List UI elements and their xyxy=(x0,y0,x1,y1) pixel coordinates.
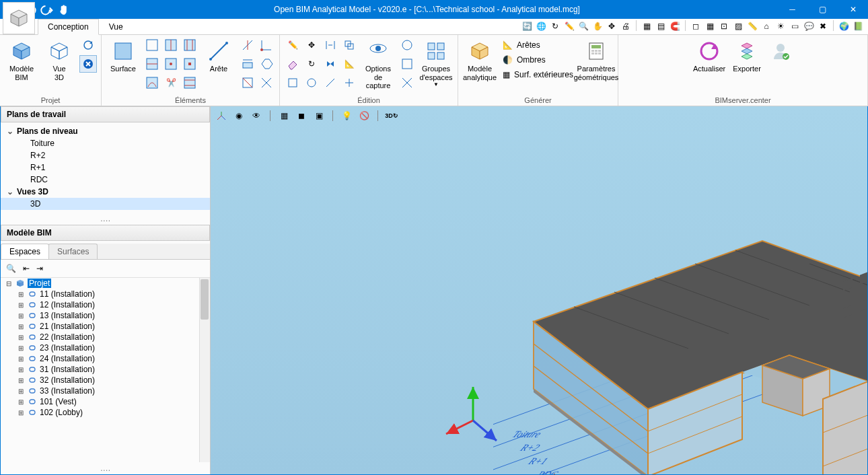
scrollbar[interactable] xyxy=(199,278,210,462)
stop-icon[interactable] xyxy=(79,55,97,73)
edit-copy-icon[interactable] xyxy=(340,36,358,54)
edge-tool-3[interactable] xyxy=(239,55,256,73)
minimize-button[interactable]: ─ xyxy=(777,0,807,19)
draw-icon[interactable]: ✏️ xyxy=(563,20,575,32)
axis-gizmo[interactable] xyxy=(439,380,507,447)
edit-t12[interactable] xyxy=(340,74,358,92)
ruler-icon[interactable]: 📏 xyxy=(746,20,758,32)
level-toiture[interactable]: Toiture xyxy=(1,137,210,149)
orbit-icon[interactable]: 🔄 xyxy=(521,20,533,32)
home-icon[interactable]: ⌂ xyxy=(760,20,772,32)
tab-vue[interactable]: Vue xyxy=(99,19,133,34)
globe-icon[interactable]: 🌐 xyxy=(535,20,547,32)
modele-bim-button[interactable]: Modèle BIM xyxy=(4,36,39,83)
plans-niveau-node[interactable]: ⌄Plans de niveau xyxy=(1,125,210,137)
cancel-icon[interactable]: ✖ xyxy=(817,20,829,32)
maximize-button[interactable]: ▢ xyxy=(807,0,838,19)
tab-surfaces[interactable]: Surfaces xyxy=(48,244,98,259)
surface-button[interactable]: Surface xyxy=(106,36,141,75)
close-button[interactable]: ✕ xyxy=(838,0,868,19)
surf-tool-4[interactable] xyxy=(143,55,161,73)
aretes-option[interactable]: 📐Arêtes xyxy=(500,39,576,51)
space-item[interactable]: ⊞32 (Installation) xyxy=(1,375,210,386)
edit-rotate-icon[interactable]: ↻ xyxy=(303,55,320,73)
surf-tool-3[interactable] xyxy=(181,36,198,54)
vue3d-button[interactable]: Vue 3D xyxy=(42,36,77,83)
space-item[interactable]: ⊞22 (Installation) xyxy=(1,332,210,342)
ombres-option[interactable]: 🌓Ombres xyxy=(500,54,576,66)
hatched-icon[interactable]: ▨ xyxy=(732,20,744,32)
space-item[interactable]: ⊞24 (Installation) xyxy=(1,353,210,364)
actualiser-button[interactable]: Actualiser xyxy=(692,36,727,75)
surf-ext-option[interactable]: ▦Surf. extérieures xyxy=(500,69,576,81)
edit-t11[interactable] xyxy=(322,74,339,92)
space-item[interactable]: ⊞21 (Installation) xyxy=(1,321,210,332)
hand-icon[interactable] xyxy=(58,3,71,16)
vp-faces-icon[interactable]: ◼ xyxy=(295,109,308,122)
space-item[interactable]: ⊞13 (Installation) xyxy=(1,310,210,321)
surf-tool-2[interactable] xyxy=(162,36,180,54)
edit-mirror-icon[interactable] xyxy=(322,55,339,73)
edge-tool-1[interactable] xyxy=(239,36,256,54)
modele-analytique-button[interactable]: Modèle analytique xyxy=(462,36,497,83)
zoom-icon[interactable]: 🔍 xyxy=(577,20,589,32)
vp-wire-icon[interactable]: ▣ xyxy=(312,109,326,122)
sun-icon[interactable]: ☀ xyxy=(774,20,787,32)
edit-move-icon[interactable]: ✥ xyxy=(303,36,320,54)
vp-3d-icon[interactable]: 3D↻ xyxy=(385,109,398,122)
space-item[interactable]: ⊞23 (Installation) xyxy=(1,342,210,353)
cut-icon[interactable]: ✂️ xyxy=(162,74,180,92)
surf-tool-5[interactable] xyxy=(162,55,180,73)
space-item[interactable]: ⊞33 (Installation) xyxy=(1,386,210,396)
edge-tool-5[interactable] xyxy=(239,74,256,92)
groupes-espaces-button[interactable]: Groupes d'espaces ▼ xyxy=(419,36,454,89)
vp-light-icon[interactable]: 💡 xyxy=(340,109,353,122)
search-icon[interactable]: 🔍 xyxy=(6,264,16,273)
level-rdc[interactable]: RDC xyxy=(1,174,210,186)
level-r1[interactable]: R+1 xyxy=(1,161,210,174)
param-geo-button[interactable]: Paramètres géométriques xyxy=(579,36,614,83)
magnet-icon[interactable]: 🧲 xyxy=(669,20,681,32)
user-button[interactable] xyxy=(767,36,794,66)
vues3d-node[interactable]: ⌄Vues 3D xyxy=(1,186,210,198)
expand-icon[interactable]: ⇥ xyxy=(36,264,43,273)
edit-pencil-icon[interactable]: ✏️ xyxy=(284,36,301,54)
help-icon[interactable]: 🌍 xyxy=(838,20,850,32)
vp-perspective-icon[interactable]: ◉ xyxy=(232,109,246,122)
edit-align-icon[interactable] xyxy=(322,36,339,54)
move-icon[interactable]: ✥ xyxy=(606,20,618,32)
collapse-icon[interactable]: ⇤ xyxy=(23,264,30,273)
edge-tool-6[interactable] xyxy=(258,74,275,92)
surf-tool-9[interactable] xyxy=(181,74,198,92)
edit-erase-icon[interactable] xyxy=(284,55,301,73)
tab-espaces[interactable]: Espaces xyxy=(1,244,49,259)
tab-conception[interactable]: Conception xyxy=(38,19,99,35)
surf-tool-7[interactable] xyxy=(143,74,161,92)
options-capture-button[interactable]: Options de capture xyxy=(361,36,396,92)
print-icon[interactable]: 🖨 xyxy=(620,20,632,32)
view-3d[interactable]: 3D xyxy=(1,198,210,210)
capt-2[interactable] xyxy=(398,55,416,73)
vp-edges-icon[interactable]: ▦ xyxy=(277,109,291,122)
surf-tool-6[interactable] xyxy=(181,55,198,73)
reload-icon[interactable] xyxy=(79,36,97,54)
edge-tool-4[interactable] xyxy=(258,55,275,73)
capt-1[interactable] xyxy=(398,36,416,54)
grid-icon[interactable]: ▦ xyxy=(641,20,653,32)
surf-tool-1[interactable] xyxy=(143,36,161,54)
mesh-icon[interactable]: ▦ xyxy=(704,20,716,32)
edit-t10[interactable] xyxy=(303,74,320,92)
pan-icon[interactable]: ✋ xyxy=(591,20,604,32)
dotted-icon[interactable]: ⊡ xyxy=(718,20,730,32)
panel-splitter-2[interactable]: …. xyxy=(1,462,210,474)
edge-tool-2[interactable] xyxy=(258,36,275,54)
space-item[interactable]: ⊞101 (Vest) xyxy=(1,396,210,407)
tree-root-projet[interactable]: ⊟ Projet xyxy=(1,278,210,289)
speech-icon[interactable]: 💬 xyxy=(803,20,815,32)
vp-hide-icon[interactable]: 🚫 xyxy=(357,109,371,122)
vp-axes-icon[interactable] xyxy=(215,109,228,122)
level-r2[interactable]: R+2 xyxy=(1,149,210,161)
space-item[interactable]: ⊞12 (Installation) xyxy=(1,299,210,310)
edit-t9[interactable] xyxy=(284,74,301,92)
scroll-thumb[interactable] xyxy=(201,279,209,320)
